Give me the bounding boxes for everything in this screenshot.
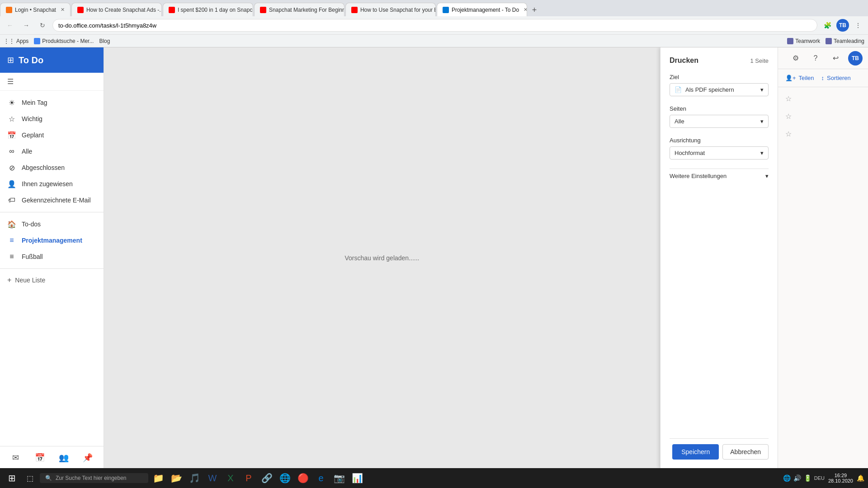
ausrichtung-value: Hochformat (675, 150, 705, 156)
star-item-1[interactable]: ☆ (782, 91, 864, 107)
taskbar-powerpoint[interactable]: P (241, 470, 257, 486)
sidebar: ⊞ To Do ☰ ☀ Mein Tag ☆ Wichtig 📅 Geplant… (0, 47, 104, 469)
settings-icon[interactable]: ⚙ (788, 51, 803, 66)
print-title: Drucken (670, 56, 698, 65)
help-icon[interactable]: ? (808, 51, 823, 66)
sidebar-nav: ☀ Mein Tag ☆ Wichtig 📅 Geplant ∞ Alle ⊘ … (0, 91, 104, 446)
calendar-icon-bottom[interactable]: 📅 (33, 450, 47, 465)
browser-chrome: Login • Snapchat ✕ How to Create Snapcha… (0, 0, 868, 47)
extensions-btn[interactable]: 🧩 (821, 19, 834, 32)
sidebar-item-ihnen-zugewiesen[interactable]: 👤 Ihnen zugewiesen (0, 176, 104, 192)
bookmarks-bar: ⋮⋮ Apps Produktsuche - Mer... Blog Teamw… (0, 34, 868, 47)
ziel-select[interactable]: 📄 Als PDF speichern ▾ (670, 83, 769, 96)
pin-icon-bottom[interactable]: 📌 (80, 450, 95, 465)
back-button[interactable]: ← (4, 19, 16, 32)
taskbar-clock[interactable]: 16:29 28.10.2020 (828, 473, 853, 483)
bookmark-apps[interactable]: ⋮⋮ Apps (4, 38, 28, 44)
seiten-select[interactable]: Alle ▾ (670, 115, 769, 128)
sortieren-button[interactable]: ↕ Sortieren (821, 75, 851, 81)
list-icon: ≡ (7, 236, 16, 245)
ausrichtung-select[interactable]: Hochformat ▾ (670, 146, 769, 160)
start-button[interactable]: ⊞ (4, 470, 20, 486)
task-view-btn[interactable]: ⬚ (22, 470, 38, 486)
right-panel-stars: ☆ ☆ ☆ (778, 87, 868, 145)
tab-snapchat-use[interactable]: How to Use Snapchat for your B... ✕ (345, 3, 436, 16)
tab-label: I spent $200 in 1 day on Snapc... (178, 7, 253, 13)
menu-btn[interactable]: ⋮ (852, 19, 864, 32)
taskbar-left: ⊞ ⬚ 🔍 Zur Suche Text hier eingeben 📁 📂 🎵… (4, 470, 365, 486)
star-item-3[interactable]: ☆ (782, 126, 864, 142)
tab-snapchat-200[interactable]: I spent $200 in 1 day on Snapc... ✕ (163, 3, 253, 16)
tab-close-btn[interactable]: ✕ (61, 7, 65, 13)
sidebar-item-to-dos[interactable]: 🏠 To-dos (0, 216, 104, 232)
mail-icon-bottom[interactable]: ✉ (9, 450, 23, 465)
taskbar-app-3[interactable]: 🎵 (186, 470, 203, 486)
sidebar-item-fussball[interactable]: ≡ Fußball (0, 249, 104, 265)
speaker-icon[interactable]: 🔊 (793, 474, 801, 482)
weitere-einstellungen-toggle[interactable]: Weitere Einstellungen ▾ (670, 169, 769, 183)
print-spacer (670, 192, 769, 429)
taskbar-app-12[interactable]: 📊 (349, 470, 365, 486)
bookmark-teamwork[interactable]: Teamwork (787, 38, 820, 44)
notification-icon[interactable]: 🔔 (857, 474, 864, 482)
tab-snapchat-marketing[interactable]: Snapchat Marketing For Beginn... ✕ (254, 3, 344, 16)
tab-projektmanagement[interactable]: Projektmanagement - To Do ✕ (437, 3, 527, 16)
taskbar-chrome[interactable]: 🔴 (295, 470, 311, 486)
taskbar-excel[interactable]: X (222, 470, 239, 486)
taskbar-app-8[interactable]: 🌐 (277, 470, 293, 486)
weitere-label: Weitere Einstellungen (670, 173, 726, 179)
tab-label: How to Use Snapchat for your B... (360, 7, 436, 13)
tab-label: Projektmanagement - To Do (452, 7, 519, 13)
bookmark-blog[interactable]: Blog (99, 38, 110, 44)
refresh-button[interactable]: ↻ (36, 19, 49, 32)
star-icon: ☆ (7, 114, 16, 123)
sidebar-item-gekennzeichnete-email[interactable]: 🏷 Gekennzeichnete E-Mail (0, 192, 104, 208)
sidebar-item-geplant[interactable]: 📅 Geplant (0, 127, 104, 143)
address-input[interactable] (52, 19, 817, 32)
taskbar-app-11[interactable]: 📷 (331, 470, 347, 486)
taskbar-app-7[interactable]: 🔗 (259, 470, 275, 486)
search-placeholder: Zur Suche Text hier eingeben (56, 475, 127, 481)
battery-icon[interactable]: 🔋 (804, 474, 811, 482)
add-list-button[interactable]: + Neue Liste (0, 272, 104, 288)
new-tab-button[interactable]: + (528, 4, 541, 16)
tab-close-btn[interactable]: ✕ (524, 7, 527, 13)
taskbar-file-explorer[interactable]: 📁 (150, 470, 166, 486)
people-icon-bottom[interactable]: 👥 (57, 450, 71, 465)
profile-btn[interactable]: TB (836, 19, 849, 32)
list-icon-2: ≡ (7, 252, 16, 261)
print-ausrichtung-field: Ausrichtung Hochformat ▾ (670, 137, 769, 160)
sidebar-item-abgeschlossen[interactable]: ⊘ Abgeschlossen (0, 160, 104, 176)
forward-button[interactable]: → (20, 19, 33, 32)
tab-snapchat-ads[interactable]: How to Create Snapchat Ads -... ✕ (71, 3, 162, 16)
teilen-button[interactable]: 👤+ Teilen (785, 75, 814, 81)
print-panel: Drucken 1 Seite Ziel 📄 Als PDF speichern… (660, 47, 778, 469)
taskbar-explorer-2[interactable]: 📂 (168, 470, 184, 486)
sidebar-item-projektmanagement[interactable]: ≡ Projektmanagement (0, 232, 104, 249)
nav-label: Ihnen zugewiesen (22, 180, 73, 188)
sidebar-hamburger-btn[interactable]: ☰ (0, 73, 104, 91)
save-button[interactable]: Speichern (672, 444, 719, 460)
windows-icon: ⊞ (8, 473, 16, 483)
pdf-icon: 📄 (675, 86, 682, 93)
bookmark-produktsuche[interactable]: Produktsuche - Mer... (34, 38, 94, 44)
star-item-2[interactable]: ☆ (782, 108, 864, 124)
sidebar-bottom: ✉ 📅 👥 📌 (0, 446, 104, 469)
user-avatar[interactable]: TB (848, 51, 863, 66)
nav-label: Alle (22, 148, 32, 155)
sidebar-item-wichtig[interactable]: ☆ Wichtig (0, 111, 104, 127)
bookmark-favicon (826, 38, 832, 44)
cancel-button[interactable]: Abbrechen (722, 444, 769, 460)
bookmark-teamleading[interactable]: Teamleading (826, 38, 864, 44)
infinity-icon: ∞ (7, 147, 16, 156)
taskbar-search[interactable]: 🔍 Zur Suche Text hier eingeben (40, 473, 148, 483)
tab-login-snapchat[interactable]: Login • Snapchat ✕ (0, 3, 71, 16)
taskbar-edge[interactable]: e (313, 470, 329, 486)
sidebar-item-mein-tag[interactable]: ☀ Mein Tag (0, 94, 104, 111)
network-icon[interactable]: 🌐 (783, 474, 791, 482)
taskbar-word[interactable]: W (204, 470, 221, 486)
back-arrow-icon[interactable]: ↩ (828, 51, 843, 66)
sidebar-item-alle[interactable]: ∞ Alle (0, 143, 104, 160)
right-panel-actions: 👤+ Teilen ↕ Sortieren (778, 69, 868, 87)
grid-icon[interactable]: ⊞ (7, 55, 14, 65)
